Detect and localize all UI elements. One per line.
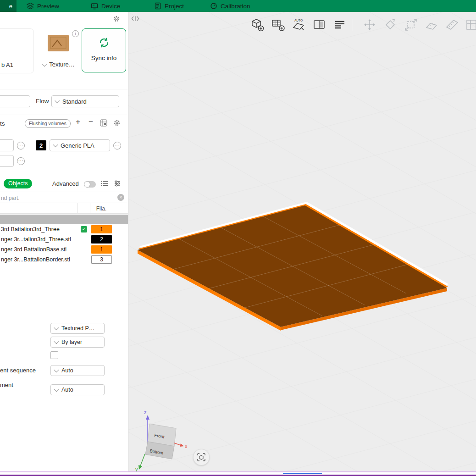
nozzle-input-partial[interactable] (0, 95, 30, 107)
chevron-down-icon (54, 387, 59, 392)
measure-tool-button[interactable] (445, 17, 459, 32)
object-row[interactable]: nger 3r...talion3rd_Three.stl 2 (0, 234, 128, 244)
search-input[interactable] (0, 193, 116, 204)
filament-material-value: Generic PLA (61, 142, 94, 149)
plate-type-setting-dropdown[interactable]: Textured P… (50, 323, 105, 334)
tab-preview[interactable]: Preview (27, 0, 59, 12)
by-layer-value: By layer (61, 339, 82, 345)
z-axis-label: z (144, 410, 147, 415)
move-tool-button[interactable] (362, 17, 377, 32)
view-snapshot-button[interactable] (193, 449, 210, 465)
advanced-label: Advanced (52, 180, 79, 187)
visibility-checkbox[interactable] (81, 226, 87, 232)
flushing-volumes-button[interactable]: Flushing volumes (25, 119, 71, 128)
printer-settings-gear-icon[interactable] (113, 15, 120, 22)
fila-column-header: Fila. (90, 205, 113, 212)
add-filament-icon[interactable] (73, 117, 83, 127)
chevron-down-icon (42, 61, 47, 66)
filament-badge[interactable]: 3 (91, 255, 112, 264)
object-row[interactable]: 3rd Battalion3rd_Three 1 (0, 224, 128, 234)
split-view-button[interactable] (312, 17, 327, 32)
sync-info-button[interactable]: Sync info (82, 28, 126, 72)
plate-type-dropdown[interactable]: Texture… (37, 61, 81, 68)
filament-table-icon[interactable] (100, 119, 107, 127)
support-paint-button[interactable] (424, 17, 439, 32)
y-axis-label: y (135, 466, 138, 471)
flow-value: Standard (62, 98, 87, 105)
build-plate-card[interactable]: Texture… (37, 28, 81, 72)
plate-type-setting-value: Textured P… (61, 325, 94, 332)
filament-1-color-partial[interactable] (0, 139, 14, 151)
add-object-button[interactable] (250, 17, 265, 32)
horizontal-scrollbar-thumb[interactable] (283, 473, 322, 474)
tab-calibration-label: Calibration (221, 3, 250, 10)
filament-2-color-partial[interactable] (0, 155, 14, 167)
object-filter-icon[interactable] (114, 180, 121, 187)
object-list-icon[interactable] (101, 180, 108, 187)
flow-label: Flow (36, 98, 49, 105)
sequence-dropdown[interactable]: Auto (50, 365, 105, 376)
model-plate[interactable] (183, 214, 413, 324)
remove-filament-icon[interactable] (86, 117, 95, 127)
orientation-gizmo[interactable]: z Front Bottom x y (128, 402, 197, 471)
plate-type-label: Texture… (49, 61, 75, 68)
scale-tool-button[interactable] (404, 17, 418, 32)
by-layer-dropdown[interactable]: By layer (50, 337, 105, 348)
device-icon (91, 2, 98, 10)
tab-device-label: Device (101, 3, 120, 10)
objects-tab[interactable]: Objects (4, 179, 32, 188)
layers-icon (27, 2, 34, 10)
tab-preview-label: Preview (37, 3, 59, 10)
divider (0, 115, 128, 115)
filament-material-dropdown[interactable]: Generic PLA (50, 139, 110, 151)
filament-3-more-icon[interactable] (17, 157, 25, 165)
object-name: nger 3r...talion3rd_Three.stl (1, 236, 71, 243)
filament-badge[interactable]: 2 (91, 235, 112, 244)
filament-badge[interactable]: 1 (91, 225, 112, 233)
layers-list-button[interactable] (332, 17, 347, 32)
scan-icon (197, 453, 206, 462)
search-clear-icon[interactable] (117, 194, 124, 201)
chevron-down-icon (54, 367, 59, 372)
sync-icon (98, 37, 110, 49)
filament-settings-gear-icon[interactable] (113, 119, 121, 127)
printer-card[interactable]: b A1 (0, 28, 34, 73)
info-icon[interactable] (72, 30, 79, 37)
rotate-tool-button[interactable] (383, 17, 398, 32)
chevron-down-icon (53, 142, 58, 147)
chevron-down-icon (55, 98, 60, 103)
selected-row[interactable] (0, 215, 128, 224)
left-sidebar: b A1 Texture… Sync (0, 12, 128, 471)
object-table-header: Fila. (0, 203, 128, 214)
filament-1-more-icon[interactable] (17, 142, 25, 149)
sidebar-collapse-handle[interactable] (131, 16, 139, 22)
object-row[interactable]: nger 3r...BattalionBorder.stl 3 (0, 255, 128, 265)
object-row[interactable]: nger 3rd BattalionBase.stl 1 (0, 244, 128, 255)
tab-project[interactable]: Project (154, 0, 184, 12)
advanced-toggle[interactable] (84, 181, 96, 188)
viewport-3d[interactable]: AUTO (128, 12, 476, 471)
settings-checkbox[interactable] (50, 351, 58, 359)
add-plate-button[interactable] (271, 17, 285, 32)
calibration-icon (210, 2, 217, 10)
tab-device[interactable]: Device (91, 0, 120, 12)
filament-badge[interactable]: 1 (91, 245, 112, 254)
build-plate-thumbnail (48, 35, 69, 51)
project-icon (154, 2, 161, 10)
filament-2-more-icon[interactable] (113, 142, 121, 149)
auto-orient-button[interactable]: AUTO (291, 17, 306, 32)
divider (0, 302, 128, 302)
sequence-value: Auto (61, 367, 73, 374)
ment-dropdown[interactable]: Auto (50, 384, 105, 395)
filament-2-swatch[interactable]: 2 (36, 140, 46, 150)
object-name: nger 3r...BattalionBorder.stl (1, 256, 70, 263)
assembly-tool-button[interactable] (465, 17, 476, 32)
tab-prepare-partial-label: e (9, 3, 12, 10)
tab-prepare-partial[interactable]: e (0, 0, 17, 12)
tab-calibration[interactable]: Calibration (210, 0, 250, 12)
flow-dropdown[interactable]: Standard (51, 95, 119, 107)
x-axis-label: x (185, 443, 188, 449)
bottom-scroll-strip (0, 471, 476, 476)
ment-value: Auto (61, 387, 73, 393)
object-name: nger 3rd BattalionBase.stl (1, 246, 66, 253)
